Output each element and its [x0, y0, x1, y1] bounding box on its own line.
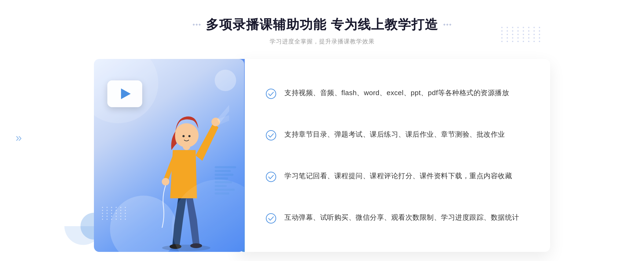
- feature-item-3: 学习笔记回看、课程提问、课程评论打分、课件资料下载，重点内容收藏: [266, 165, 529, 188]
- content-area: 支持视频、音频、flash、word、excel、ppt、pdf等各种格式的资源…: [94, 59, 550, 252]
- feature-item-4: 互动弹幕、试听购买、微信分享、观看次数限制、学习进度跟踪、数据统计: [266, 207, 529, 229]
- chevron-left-decoration: »: [16, 131, 22, 144]
- feature-text-1: 支持视频、音频、flash、word、excel、ppt、pdf等各种格式的资源…: [284, 87, 509, 99]
- feature-item-2: 支持章节目录、弹题考试、课后练习、课后作业、章节测验、批改作业: [266, 124, 529, 146]
- svg-point-2: [190, 243, 202, 248]
- main-title: 多项录播课辅助功能 专为线上教学打造: [206, 16, 438, 33]
- page-wrapper: » 多项录播课辅助功能 专为线上教学打造 学习进度全掌握，提升录播课教学效果: [0, 0, 644, 261]
- person-figure: [143, 96, 229, 252]
- header-section: 多项录播课辅助功能 专为线上教学打造 学习进度全掌握，提升录播课教学效果: [193, 16, 451, 46]
- title-decoration-left: [193, 24, 200, 25]
- subtitle: 学习进度全掌握，提升录播课教学效果: [193, 38, 451, 46]
- check-circle-icon-2: [266, 130, 276, 141]
- check-circle-icon-4: [266, 213, 276, 224]
- feature-text-2: 支持章节目录、弹题考试、课后练习、课后作业、章节测验、批改作业: [284, 129, 505, 140]
- features-card: 支持视频、音频、flash、word、excel、ppt、pdf等各种格式的资源…: [239, 59, 550, 252]
- title-decoration-right: [444, 24, 451, 25]
- svg-point-9: [266, 89, 276, 99]
- play-bubble: [107, 80, 142, 107]
- svg-point-8: [188, 135, 191, 137]
- dot-pattern-right: [501, 27, 542, 42]
- title-row: 多项录播课辅助功能 专为线上教学打造: [193, 16, 451, 33]
- feature-item-1: 支持视频、音频、flash、word、excel、ppt、pdf等各种格式的资源…: [266, 82, 529, 105]
- svg-point-11: [266, 172, 276, 182]
- illus-circle-small: [215, 70, 236, 91]
- check-circle-icon-1: [266, 88, 276, 99]
- svg-point-0: [162, 245, 210, 251]
- feature-text-3: 学习笔记回看、课程提问、课程评论打分、课件资料下载，重点内容收藏: [284, 170, 512, 182]
- svg-point-10: [266, 130, 276, 140]
- illustration-card: [94, 59, 244, 252]
- check-circle-icon-3: [266, 171, 276, 182]
- svg-point-12: [266, 214, 276, 223]
- svg-point-4: [162, 178, 169, 185]
- svg-point-6: [174, 123, 199, 147]
- svg-point-1: [170, 244, 181, 249]
- svg-point-7: [182, 135, 185, 137]
- feature-text-4: 互动弹幕、试听购买、微信分享、观看次数限制、学习进度跟踪、数据统计: [284, 212, 519, 223]
- play-triangle-icon: [121, 88, 131, 99]
